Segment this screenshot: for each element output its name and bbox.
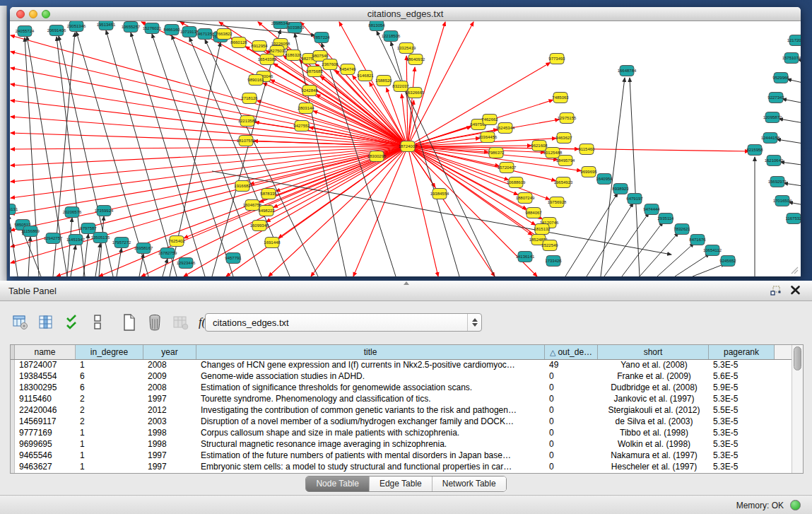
tab-edge-table[interactable]: Edge Table	[370, 477, 433, 491]
cell-outde: 0	[545, 405, 598, 416]
svg-text:7485063: 7485063	[552, 95, 569, 100]
table-row[interactable]: 2242004622012Investigating the contribut…	[11, 405, 803, 416]
svg-text:5878335: 5878335	[260, 192, 277, 196]
svg-text:9875685: 9875685	[306, 69, 323, 74]
column-header-title[interactable]: title	[196, 345, 545, 359]
network-window-titlebar[interactable]: citations_edges.txt	[10, 7, 801, 21]
svg-text:23051346: 23051346	[67, 24, 86, 28]
table-row[interactable]: 969969511998Structural magnetic resonanc…	[11, 439, 803, 450]
cell-title: Embryonic stem cells: a model to study s…	[196, 462, 545, 473]
table-column-icon	[39, 315, 53, 330]
tab-network-table[interactable]: Network Table	[433, 477, 506, 491]
table-row[interactable]: 946554611997Estimation of the future num…	[11, 450, 803, 462]
table-row[interactable]: 1456911722003Disruption of a novel membe…	[11, 416, 803, 428]
svg-text:17359924: 17359924	[95, 209, 114, 213]
svg-text:14136141: 14136141	[516, 255, 535, 259]
citation-network-graph[interactable]: 2405572420691406230513461951345110655257…	[10, 21, 801, 276]
svg-text:16958167: 16958167	[134, 246, 153, 250]
cell-outde: 0	[545, 450, 598, 462]
cell-pagerank: 5.3E-5	[709, 360, 775, 371]
table-header-row: namein_degreeyeartitle△out_de…shortpager…	[11, 345, 803, 360]
column-header-outde[interactable]: △out_de…	[545, 345, 598, 359]
cell-pagerank: 5.3E-5	[709, 394, 775, 405]
svg-text:19756928: 19756928	[548, 200, 567, 204]
svg-text:20364456: 20364456	[478, 135, 498, 139]
resize-grip-icon[interactable]	[790, 266, 799, 274]
svg-text:24055724: 24055724	[16, 29, 35, 33]
table-row[interactable]: 1872400712008Changes of HCN gene express…	[11, 360, 803, 371]
new-table-button[interactable]	[119, 311, 140, 334]
cell-year: 2009	[143, 371, 196, 382]
unselect-all-button[interactable]	[87, 311, 108, 334]
svg-text:10125488: 10125488	[543, 151, 563, 155]
split-divider-arrow-icon[interactable]	[404, 281, 409, 285]
table-selector-combobox[interactable]: citations_edges.txt	[205, 313, 482, 332]
svg-text:11451947: 11451947	[66, 238, 86, 242]
svg-text:8322037: 8322037	[392, 84, 409, 88]
svg-text:18275031: 18275031	[268, 49, 287, 53]
import-table-button[interactable]	[170, 311, 192, 334]
cell-name: 9699695	[15, 439, 76, 450]
table-vertical-scrollbar[interactable]	[792, 345, 803, 473]
cell-title: Genome-wide association studies in ADHD.	[196, 371, 545, 382]
network-canvas[interactable]: 2405572420691406230513461951345110655257…	[10, 21, 801, 276]
select-all-button[interactable]	[61, 311, 83, 334]
table-panel-title: Table Panel	[8, 286, 57, 296]
cell-indegree: 1	[76, 428, 143, 439]
cell-title: Changes of HCN gene expression and I(f) …	[196, 360, 545, 371]
column-header-year[interactable]: year	[143, 345, 196, 359]
table-panel-header[interactable]: Table Panel	[0, 281, 812, 301]
svg-text:1691448: 1691448	[264, 240, 281, 245]
network-window-title: citations_edges.txt	[10, 8, 801, 19]
svg-text:17016504: 17016504	[773, 199, 792, 203]
table-panel: Table Panel	[0, 281, 812, 514]
svg-text:22605131: 22605131	[10, 207, 18, 211]
column-header-pagerank[interactable]: pagerank	[709, 345, 775, 359]
table-selector-value: citations_edges.txt	[206, 317, 467, 328]
scrollbar-thumb[interactable]	[794, 346, 801, 370]
table-row[interactable]: 977716911998Corpus callosum shape and si…	[11, 428, 803, 439]
cell-title: Tourette syndrome. Phenomenology and cla…	[196, 394, 545, 405]
new-file-icon	[122, 314, 136, 331]
column-header-indegree[interactable]: in_degree	[76, 345, 143, 359]
cell-indegree: 2	[76, 394, 143, 405]
svg-text:13505135: 13505135	[91, 235, 110, 240]
cell-short: Yano et al. (2008)	[598, 360, 709, 371]
cell-name: 22420046	[15, 405, 76, 416]
svg-text:9227343: 9227343	[767, 95, 784, 100]
table-row[interactable]: 1938455462009Genome-wide association stu…	[11, 371, 803, 382]
svg-text:16782759: 16782759	[158, 251, 177, 255]
table-row[interactable]: 946362711997Embryonic stem cells: a mode…	[11, 462, 803, 473]
modify-columns-button[interactable]	[10, 311, 31, 334]
combobox-stepper-icon[interactable]	[467, 314, 481, 331]
svg-text:15692971: 15692971	[768, 180, 787, 184]
close-panel-icon[interactable]	[790, 284, 801, 296]
table-gear-icon	[13, 315, 28, 330]
cell-indegree: 1	[76, 462, 143, 473]
column-header-name[interactable]: name	[15, 345, 76, 359]
svg-text:9474444: 9474444	[643, 207, 660, 211]
svg-text:18807249: 18807249	[516, 196, 535, 200]
svg-text:7832621: 7832621	[673, 227, 690, 231]
svg-text:10655257: 10655257	[122, 25, 141, 29]
svg-text:8454749: 8454749	[339, 67, 356, 71]
column-header-short[interactable]: short	[598, 345, 709, 359]
svg-text:12095872: 12095872	[763, 115, 782, 119]
float-panel-icon[interactable]	[770, 286, 781, 296]
svg-text:4498222: 4498222	[258, 209, 275, 213]
svg-text:7986372: 7986372	[488, 151, 505, 155]
table-row[interactable]: 1830029562008Estimation of significance …	[11, 382, 803, 394]
svg-text:2803144: 2803144	[298, 106, 314, 110]
cell-title: Disruption of a novel member of a sodium…	[196, 416, 545, 428]
tab-node-table[interactable]: Node Table	[306, 477, 370, 491]
delete-table-button[interactable]	[144, 311, 165, 334]
cell-outde: 0	[545, 394, 598, 405]
network-panel-edge	[0, 6, 7, 281]
show-columns-button[interactable]	[35, 311, 57, 334]
network-view-window[interactable]: citations_edges.txt 24055724206914062305…	[10, 7, 801, 276]
svg-text:19384554: 19384554	[430, 192, 449, 196]
cell-short: de Silva et al. (2003)	[598, 416, 709, 428]
cell-title: Corpus callosum shape and size in male p…	[196, 428, 545, 439]
svg-text:1916682: 1916682	[234, 184, 251, 188]
table-row[interactable]: 911546021997Tourette syndrome. Phenomeno…	[11, 394, 803, 405]
